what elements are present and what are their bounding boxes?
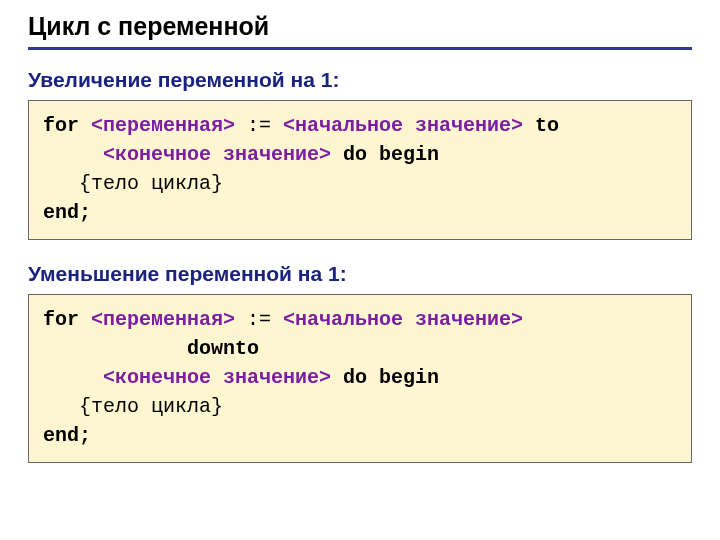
code-text [43,366,103,389]
code-body: {тело цикла} [79,395,223,418]
code-text [331,366,343,389]
code-text: := [235,308,283,331]
code-block-2: for <переменная> := <начальное значение>… [28,294,692,463]
ph-start-value: <начальное значение> [283,114,523,137]
code-block-1: for <переменная> := <начальное значение>… [28,100,692,240]
kw-do-begin: do begin [343,366,439,389]
code-text [43,337,187,360]
code-line: for <переменная> := <начальное значение>… [43,111,677,140]
code-text [43,395,79,418]
kw-end: end; [43,201,91,224]
code-line: <конечное значение> do begin [43,363,677,392]
kw-end: end; [43,424,91,447]
code-text [331,143,343,166]
kw-for: for [43,114,91,137]
ph-start-value: <начальное значение> [283,308,523,331]
kw-do-begin: do begin [343,143,439,166]
code-line: <конечное значение> do begin [43,140,677,169]
code-line: {тело цикла} [43,392,677,421]
code-text [43,143,103,166]
code-body: {тело цикла} [79,172,223,195]
ph-end-value: <конечное значение> [103,143,331,166]
kw-to: to [523,114,559,137]
kw-for: for [43,308,91,331]
kw-downto: downto [187,337,259,360]
code-text [43,172,79,195]
page-title: Цикл с переменной [28,12,692,50]
code-line: {тело цикла} [43,169,677,198]
section-2-heading: Уменьшение переменной на 1: [28,262,692,286]
code-line: end; [43,198,677,227]
ph-variable: <переменная> [91,114,235,137]
code-text: := [235,114,283,137]
code-line: for <переменная> := <начальное значение> [43,305,677,334]
ph-variable: <переменная> [91,308,235,331]
section-1-heading: Увеличение переменной на 1: [28,68,692,92]
code-line: downto [43,334,677,363]
ph-end-value: <конечное значение> [103,366,331,389]
code-line: end; [43,421,677,450]
